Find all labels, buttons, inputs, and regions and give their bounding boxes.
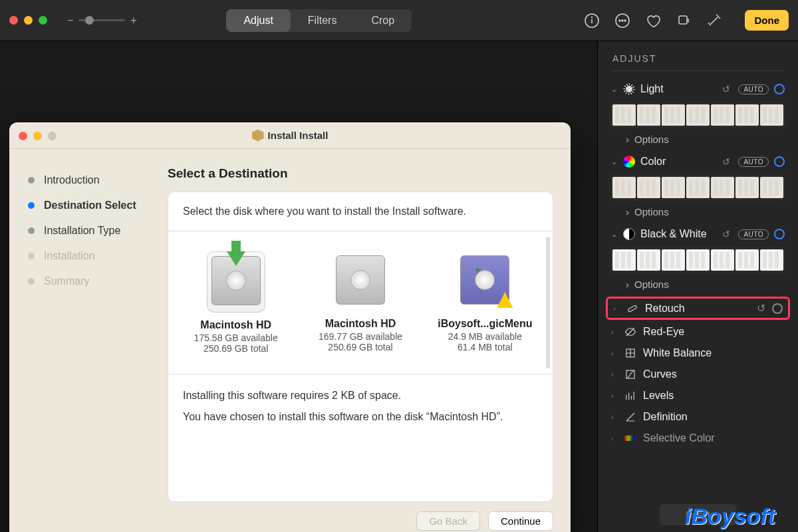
installer-buttons: Go Back Continue (168, 502, 553, 531)
row-levels[interactable]: › Levels (598, 385, 798, 406)
section-light: ⌄ Light ↺ AUTO ›Options (598, 79, 798, 148)
installer-minimize-button[interactable] (33, 132, 42, 140)
svg-point-6 (624, 20, 626, 21)
bw-presets[interactable] (610, 247, 786, 273)
bandage-icon (626, 303, 638, 315)
enable-ring[interactable] (774, 229, 785, 239)
chevron-right-icon: › (611, 349, 618, 357)
svg-rect-8 (628, 305, 637, 312)
reset-icon[interactable]: ↺ (722, 156, 733, 167)
definition-label: Definition (643, 411, 785, 423)
auto-button[interactable]: AUTO (738, 84, 769, 94)
light-icon (623, 83, 635, 95)
rotate-icon[interactable] (676, 13, 692, 29)
package-icon (252, 130, 264, 142)
zoom-thumb[interactable] (85, 16, 94, 25)
installer-body: Introduction Destination Select Installa… (9, 149, 571, 532)
bw-options[interactable]: ›Options (608, 276, 787, 293)
reset-adjustments-button[interactable]: Reset (659, 504, 737, 525)
disk-list: Macintosh HD 175.58 GB available 250.69 … (168, 231, 553, 374)
color-header[interactable]: ⌄ Color ↺ AUTO (608, 152, 787, 172)
row-curves[interactable]: › Curves (598, 364, 798, 385)
reset-icon[interactable]: ↺ (722, 84, 733, 94)
auto-button[interactable]: AUTO (738, 157, 769, 167)
section-color: ⌄ Color ↺ AUTO ›Options (598, 152, 798, 220)
main-area: Install Install Introduction Destination… (0, 41, 798, 532)
destination-footer: Installing this software requires 2 KB o… (168, 374, 553, 438)
light-presets[interactable] (610, 102, 786, 128)
curves-label: Curves (643, 368, 785, 380)
fullscreen-window-button[interactable] (39, 16, 47, 25)
done-button[interactable]: Done (745, 10, 789, 31)
redeye-label: Red-Eye (643, 326, 785, 338)
adjust-panel: ADJUST ⌄ Light ↺ AUTO ›Options ⌄ (597, 41, 798, 532)
installer-title-text: Install Install (268, 130, 329, 141)
levels-icon (624, 390, 636, 402)
more-icon[interactable] (614, 13, 630, 29)
info-icon[interactable] (584, 13, 600, 29)
selective-color-label: Selective Color (643, 432, 785, 444)
close-window-button[interactable] (9, 16, 18, 25)
step-destination-select[interactable]: Destination Select (28, 200, 168, 211)
row-white-balance[interactable]: › White Balance (598, 342, 798, 364)
chevron-right-icon: › (611, 413, 618, 421)
installer-close-button[interactable] (19, 132, 27, 140)
installer-main: Select a Destination Select the disk whe… (168, 149, 571, 532)
enable-ring[interactable] (774, 156, 785, 167)
tab-crop[interactable]: Crop (354, 9, 412, 32)
tab-filters[interactable]: Filters (291, 9, 354, 32)
enable-ring[interactable] (774, 84, 785, 94)
chevron-down-icon: ⌄ (611, 85, 618, 94)
eye-icon (624, 326, 636, 338)
disk-total: 250.69 GB total (303, 342, 417, 352)
row-retouch[interactable]: › Retouch ↺ (606, 297, 790, 320)
zoom-slider[interactable]: − + (67, 15, 137, 27)
installer-window: Install Install Introduction Destination… (9, 122, 571, 532)
destination-instruction: Select the disk where you want to instal… (168, 192, 553, 231)
color-options[interactable]: ›Options (608, 203, 787, 220)
section-bw: ⌄ Black & White ↺ AUTO ›Options (598, 224, 798, 293)
disk-option-2[interactable]: iBoysoft...gicMenu 24.9 MB available 61.… (426, 247, 545, 358)
chevron-down-icon: ⌄ (611, 230, 618, 239)
continue-button[interactable]: Continue (488, 511, 553, 531)
space-required-text: Installing this software requires 2 KB o… (183, 388, 538, 404)
installer-title: Install Install (252, 130, 329, 142)
reset-icon[interactable]: ↺ (722, 229, 733, 239)
row-selective-color[interactable]: › Selective Color (598, 428, 798, 449)
chevron-right-icon: › (611, 392, 618, 400)
light-header[interactable]: ⌄ Light ↺ AUTO (608, 79, 787, 99)
svg-rect-7 (679, 16, 687, 24)
tab-adjust[interactable]: Adjust (226, 9, 290, 32)
color-presets[interactable] (610, 174, 786, 201)
step-introduction[interactable]: Introduction (28, 174, 168, 186)
hard-drive-icon (336, 255, 385, 305)
minimize-window-button[interactable] (24, 16, 33, 25)
install-arrow-icon (227, 251, 245, 266)
disk-total: 61.4 MB total (428, 342, 542, 352)
installer-titlebar: Install Install (9, 122, 571, 149)
enable-ring[interactable] (772, 303, 783, 314)
color-label: Color (640, 156, 717, 168)
light-options[interactable]: ›Options (608, 131, 787, 148)
auto-button[interactable]: AUTO (738, 229, 769, 239)
row-definition[interactable]: › Definition (598, 406, 798, 428)
light-label: Light (640, 83, 717, 95)
editor-toolbar: − + Adjust Filters Crop Done (0, 0, 798, 41)
enhance-icon[interactable] (706, 13, 722, 29)
divider (612, 70, 783, 71)
zoom-in-icon[interactable]: + (130, 15, 136, 27)
levels-label: Levels (643, 390, 785, 402)
row-redeye[interactable]: › Red-Eye (598, 321, 798, 342)
zoom-out-icon[interactable]: − (67, 15, 73, 27)
step-installation-type[interactable]: Installation Type (28, 225, 168, 237)
disk-option-1[interactable]: Macintosh HD 169.77 GB available 250.69 … (301, 247, 420, 358)
disk-option-0[interactable]: Macintosh HD 175.58 GB available 250.69 … (176, 247, 295, 358)
bw-header[interactable]: ⌄ Black & White ↺ AUTO (608, 224, 787, 244)
installer-steps: Introduction Destination Select Installa… (9, 149, 168, 532)
favorite-icon[interactable] (645, 13, 661, 29)
curves-icon (624, 368, 636, 380)
cursor-icon (473, 265, 494, 287)
chevron-right-icon: › (611, 328, 618, 336)
toolbar-actions: Done (584, 10, 789, 31)
reset-icon[interactable]: ↺ (757, 302, 765, 315)
